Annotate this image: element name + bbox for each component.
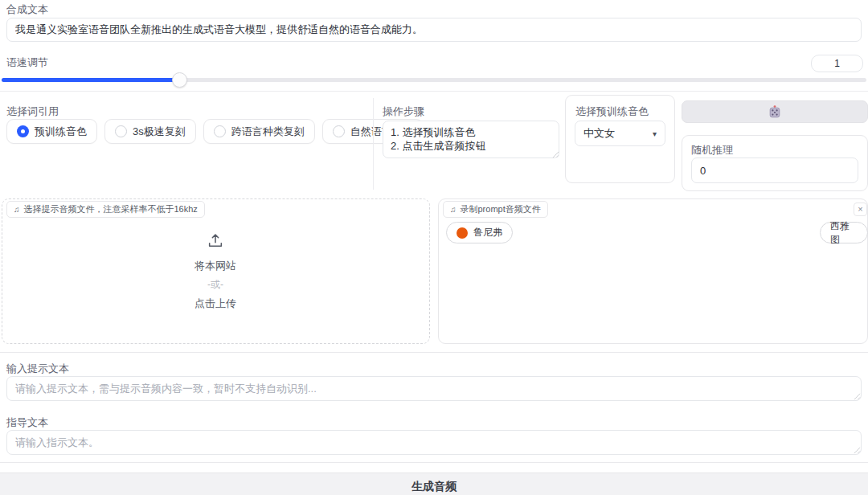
upload-instructions[interactable]: 将本网站 -或- 点击上传 — [159, 231, 272, 311]
record-audio-box — [438, 198, 868, 344]
speed-value-input[interactable] — [811, 55, 863, 72]
speed-label: 语速调节 — [6, 55, 48, 70]
chevron-down-icon: ▾ — [653, 129, 657, 138]
prompt-audio-tab: ♫ 选择提示音频文件，注意采样率不低于16khz — [6, 201, 205, 218]
resize-handle-icon[interactable] — [552, 151, 559, 158]
radio-icon — [333, 125, 345, 137]
radio-option-3s-clone[interactable]: 3s极速复刻 — [104, 119, 196, 144]
upload-click-text: 点击上传 — [159, 297, 272, 311]
radio-option-crosslingual-clone[interactable]: 跨语言种类复刻 — [203, 119, 315, 144]
voice-label: 选择预训练音色 — [575, 104, 649, 119]
radio-icon — [214, 125, 226, 137]
synthesis-text-label: 合成文本 — [6, 2, 48, 17]
dice-icon — [768, 104, 782, 119]
synthesis-text-input[interactable] — [6, 18, 862, 42]
mode-radio-group: 预训练音色 3s极速复刻 跨语言种类复刻 自然语言控制 — [6, 119, 424, 144]
device-pill-label: 西雅图 — [830, 219, 858, 247]
record-audio-tab: ♫ 录制prompt音频文件 — [443, 201, 548, 218]
steps-textarea[interactable]: 1. 选择预训练音色 2. 点击生成音频按钮 — [383, 121, 559, 158]
radio-label: 跨语言种类复刻 — [231, 125, 305, 139]
voice-dropdown-value: 中文女 — [583, 126, 615, 141]
radio-icon — [115, 125, 127, 137]
instruct-text-input[interactable] — [6, 430, 862, 455]
prompt-text-label: 输入提示文本 — [6, 362, 69, 376]
record-button-label: 鲁尼弗 — [473, 226, 502, 239]
generate-audio-label: 生成音频 — [411, 480, 457, 494]
seed-input[interactable] — [691, 158, 858, 183]
steps-label: 操作步骤 — [383, 104, 424, 119]
upload-drop-text: 将本网站 — [159, 259, 272, 273]
radio-icon — [17, 125, 29, 137]
close-icon[interactable]: × — [854, 202, 867, 216]
prompt-audio-tab-label: 选择提示音频文件，注意采样率不低于16khz — [24, 203, 198, 215]
radio-label: 预训练音色 — [35, 125, 87, 139]
music-note-icon: ♫ — [14, 205, 20, 214]
record-button[interactable]: 鲁尼弗 — [446, 222, 513, 243]
resize-handle-icon[interactable] — [854, 447, 861, 454]
upload-or-text: -或- — [159, 278, 272, 292]
resize-handle-icon[interactable] — [854, 393, 861, 400]
radio-option-pretrained-voice[interactable]: 预训练音色 — [6, 119, 97, 144]
voice-dropdown[interactable]: 中文女 ▾ — [575, 121, 665, 146]
radio-label: 3s极速复刻 — [133, 125, 186, 139]
seed-label: 随机推理 — [691, 143, 733, 158]
music-note-icon: ♫ — [450, 205, 457, 214]
record-dot-icon — [457, 227, 468, 239]
speed-slider-fill — [2, 78, 179, 82]
record-audio-tab-label: 录制prompt音频文件 — [461, 203, 541, 215]
speed-slider-handle[interactable] — [172, 72, 187, 88]
generate-audio-button[interactable]: 生成音频 — [0, 472, 868, 495]
prompt-text-input[interactable] — [6, 376, 862, 401]
mode-label: 选择词引用 — [6, 104, 59, 119]
upload-icon — [207, 231, 224, 249]
instruct-text-label: 指导文本 — [6, 415, 48, 430]
random-seed-button[interactable] — [682, 100, 868, 123]
device-pill-button[interactable]: 西雅图 — [820, 222, 868, 243]
speed-slider[interactable] — [2, 78, 866, 82]
